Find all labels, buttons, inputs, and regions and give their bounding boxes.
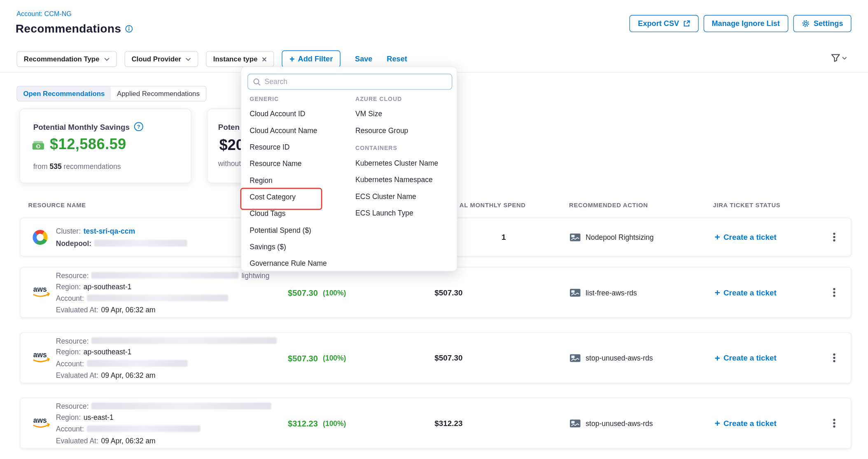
filter-option-savings[interactable]: Savings ($) <box>250 239 352 255</box>
filter-option-region[interactable]: Region <box>250 172 352 189</box>
plus-icon: + <box>715 288 720 297</box>
section-heading-containers: CONTAINERS <box>355 145 458 155</box>
filter-chip-instance-type[interactable]: Instance type × <box>206 51 274 67</box>
filter-option-potential-spend[interactable]: Potential Spend ($) <box>250 222 352 239</box>
page-title: Recommendations <box>16 22 121 35</box>
svg-text:aws: aws <box>33 285 47 293</box>
aws-logo-icon: aws <box>30 415 53 432</box>
chip-label: Recommendation Type <box>24 55 100 63</box>
redacted-value <box>91 403 271 410</box>
help-icon[interactable]: ? <box>134 122 144 131</box>
account-label: Account: <box>56 294 84 302</box>
resource-details: Resource: Region: us-east-1 Account: Eva… <box>56 400 271 446</box>
recommended-action: Nodepool Rightsizing <box>569 218 653 256</box>
dropdown-search <box>247 74 452 90</box>
create-ticket-label: Create a ticket <box>723 288 777 297</box>
redacted-value <box>87 295 228 302</box>
create-ticket-button[interactable]: + Create a ticket <box>715 267 777 317</box>
recommendation-icon <box>569 419 581 427</box>
filter-option-governance-rule-name[interactable]: Governance Rule Name <box>250 255 352 272</box>
row-menu-button[interactable] <box>829 231 840 244</box>
svg-text:aws: aws <box>33 416 47 424</box>
create-ticket-button[interactable]: + Create a ticket <box>715 218 777 256</box>
resource-label: Resource: <box>56 402 89 410</box>
search-icon <box>253 78 261 86</box>
account-label: Account: <box>56 425 84 433</box>
tab-applied-recommendations[interactable]: Applied Recommendations <box>111 87 205 101</box>
export-csv-button[interactable]: Export CSV <box>630 15 698 32</box>
tab-open-recommendations[interactable]: Open Recommendations <box>17 87 111 101</box>
evaluated-at-value: 09 Apr, 06:32 am <box>101 371 156 379</box>
filter-option-kubernetes-namespace[interactable]: Kubernetes Namespace <box>355 172 458 188</box>
spend-card-subtitle: without <box>218 159 241 168</box>
filter-option-resource-id[interactable]: Resource ID <box>250 139 352 155</box>
filter-option-cost-category[interactable]: Cost Category <box>250 189 352 205</box>
filter-option-resource-group[interactable]: Resource Group <box>355 122 458 139</box>
filter-chip-recommendation-type[interactable]: Recommendation Type <box>16 51 117 67</box>
add-filter-button[interactable]: + Add Filter <box>282 50 341 68</box>
recommendation-icon <box>569 288 581 297</box>
resource-name-tail: lightwing <box>241 271 269 279</box>
spend-amount: $20 <box>219 137 242 153</box>
redacted-value <box>91 272 239 279</box>
plus-icon: + <box>715 232 720 242</box>
monthly-spend-value: $312.23 <box>434 398 462 448</box>
column-header-recommended-action: RECOMMENDED ACTION <box>569 201 648 208</box>
evaluated-at-label: Evaluated At: <box>56 306 98 314</box>
add-filter-label: Add Filter <box>298 55 333 63</box>
settings-label: Settings <box>814 19 843 28</box>
chip-label: Instance type <box>213 55 257 63</box>
save-filter-link[interactable]: Save <box>355 55 372 63</box>
column-header-resource-name: RESOURCE NAME <box>28 201 86 208</box>
manage-ignore-list-button[interactable]: Manage Ignore List <box>703 15 788 32</box>
filter-option-ecs-cluster-name[interactable]: ECS Cluster Name <box>355 188 458 205</box>
filter-option-ecs-launch-type[interactable]: ECS Launch Type <box>355 205 458 221</box>
recommendation-icon <box>569 233 581 241</box>
add-filter-dropdown: GENERIC Cloud Account ID Cloud Account N… <box>241 66 457 271</box>
recommended-action: stop-unused-aws-rds <box>569 333 653 383</box>
resource-label: Resource: <box>56 271 89 279</box>
search-input[interactable] <box>265 77 447 86</box>
row-menu-button[interactable] <box>829 352 840 364</box>
subtitle-prefix: from <box>33 162 48 171</box>
filter-panel-toggle[interactable] <box>831 54 847 62</box>
filter-option-cloud-account-id[interactable]: Cloud Account ID <box>250 106 352 122</box>
plus-icon: + <box>715 419 720 428</box>
funnel-icon <box>831 54 840 62</box>
filter-option-cloud-tags[interactable]: Cloud Tags <box>250 206 352 222</box>
column-header-monthly-spend: AL MONTHLY SPEND <box>460 201 526 208</box>
plus-icon: + <box>715 353 720 363</box>
create-ticket-button[interactable]: + Create a ticket <box>715 398 777 448</box>
breadcrumb-account-link[interactable]: Account: CCM-NG <box>16 10 72 18</box>
region-value: ap-southeast-1 <box>84 283 132 291</box>
cluster-label: Cluster: <box>56 227 81 236</box>
filter-option-kubernetes-cluster-name[interactable]: Kubernetes Cluster Name <box>355 155 458 171</box>
create-ticket-label: Create a ticket <box>723 233 777 242</box>
spend-card-title: Poten <box>218 122 240 131</box>
info-icon[interactable] <box>125 25 133 33</box>
table-row[interactable]: aws Resource: Region: us-east-1 Account:… <box>20 398 851 449</box>
filter-chip-cloud-provider[interactable]: Cloud Provider <box>124 51 198 67</box>
remove-filter-icon[interactable]: × <box>262 55 267 63</box>
row-menu-button[interactable] <box>829 286 840 299</box>
evaluated-at-value: 09 Apr, 06:32 am <box>101 436 156 445</box>
region-label: Region: <box>56 283 81 291</box>
action-label: stop-unused-aws-rds <box>586 354 653 362</box>
savings-amount: $12,586.59 <box>50 136 126 153</box>
filter-option-cloud-account-name[interactable]: Cloud Account Name <box>250 122 352 139</box>
settings-button[interactable]: Settings <box>793 15 852 32</box>
manage-ignore-list-label: Manage Ignore List <box>712 19 779 28</box>
reset-filter-link[interactable]: Reset <box>387 55 407 63</box>
table-row[interactable]: aws Resource: Region: ap-southeast-1 Acc… <box>20 333 851 384</box>
redacted-value <box>87 426 201 432</box>
filter-option-resource-name[interactable]: Resource Name <box>250 156 352 172</box>
savings-card-title: Potential Monthly Savings <box>33 122 130 131</box>
gcp-icon <box>33 230 47 245</box>
cluster-link[interactable]: test-sri-qa-ccm <box>84 227 135 236</box>
filter-option-vm-size[interactable]: VM Size <box>355 106 458 122</box>
row-menu-button[interactable] <box>829 417 840 429</box>
create-ticket-button[interactable]: + Create a ticket <box>715 333 777 383</box>
table-row[interactable]: aws Resource: lightwing Region: ap-south… <box>20 267 851 318</box>
aws-logo-icon: aws <box>30 283 53 301</box>
external-link-icon <box>683 20 690 27</box>
